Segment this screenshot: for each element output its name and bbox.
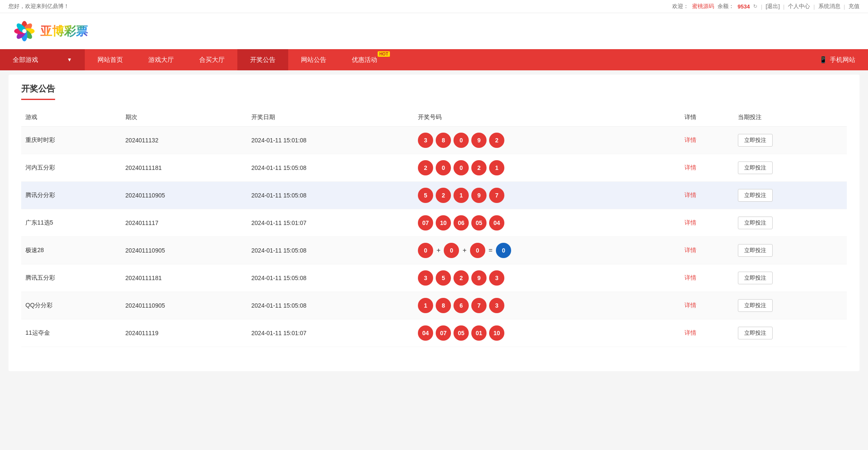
detail-link[interactable]: 详情 bbox=[684, 247, 696, 253]
detail-link[interactable]: 详情 bbox=[684, 302, 696, 308]
ball-operator: = bbox=[489, 247, 492, 254]
draw-numbers: 20021 bbox=[414, 154, 680, 182]
bet-button[interactable]: 立即投注 bbox=[738, 244, 773, 257]
lottery-ball: 05 bbox=[453, 325, 469, 341]
lottery-ball: 07 bbox=[418, 215, 433, 231]
lottery-ball: 9 bbox=[471, 188, 487, 203]
period: 202401110905 bbox=[121, 237, 247, 264]
table-row: QQ分分彩2024011109052024-01-11 15:05:081867… bbox=[21, 292, 847, 319]
lottery-ball: 0 bbox=[418, 243, 433, 258]
messages-link[interactable]: 系统消息 bbox=[818, 3, 840, 10]
lottery-ball: 2 bbox=[489, 133, 504, 148]
bet-cell: 立即投注 bbox=[734, 264, 847, 292]
nav-site-notice[interactable]: 网站公告 bbox=[288, 49, 339, 70]
draw-numbers: 0710060504 bbox=[414, 209, 680, 237]
detail-link[interactable]: 详情 bbox=[684, 136, 696, 143]
draw-numbers: 38092 bbox=[414, 127, 680, 154]
lottery-ball: 07 bbox=[436, 325, 451, 341]
lottery-ball: 0 bbox=[436, 160, 451, 175]
hot-badge: HOT bbox=[378, 51, 390, 57]
top-bar: 您好，欢迎来到亿鼎博！ 欢迎： 蜜桃源码 余额： 9534 ↻ | [退出] |… bbox=[0, 0, 868, 13]
game-name: 腾讯五分彩 bbox=[21, 264, 121, 292]
lottery-ball: 7 bbox=[471, 298, 487, 313]
logo-area: 亚博彩票 bbox=[13, 19, 88, 43]
lottery-ball: 0 bbox=[470, 243, 485, 258]
bet-button[interactable]: 立即投注 bbox=[738, 327, 773, 339]
period: 20240111181 bbox=[121, 154, 247, 182]
lottery-ball: 3 bbox=[489, 298, 504, 313]
bet-button[interactable]: 立即投注 bbox=[738, 217, 773, 229]
table-row: 河内五分彩202401111812024-01-11 15:05:0820021… bbox=[21, 154, 847, 182]
bet-cell: 立即投注 bbox=[734, 154, 847, 182]
lottery-ball: 9 bbox=[471, 133, 487, 148]
dropdown-arrow-icon: ▼ bbox=[67, 57, 72, 63]
bet-button[interactable]: 立即投注 bbox=[738, 189, 773, 202]
detail-link[interactable]: 详情 bbox=[684, 329, 696, 336]
logout-link[interactable]: [退出] bbox=[766, 3, 780, 10]
nav-all-games[interactable]: 全部游戏 ▼ bbox=[0, 49, 85, 70]
lottery-ball: 05 bbox=[471, 215, 487, 231]
game-name: 腾讯分分彩 bbox=[21, 182, 121, 209]
svg-point-8 bbox=[22, 29, 27, 33]
lottery-ball: 2 bbox=[436, 188, 451, 203]
draw-numbers: 0407050110 bbox=[414, 319, 680, 347]
draw-numbers: 35293 bbox=[414, 264, 680, 292]
lottery-ball: 2 bbox=[418, 160, 433, 175]
detail-cell: 详情 bbox=[680, 264, 734, 292]
col-period: 期次 bbox=[121, 108, 247, 127]
main-content: 开奖公告 游戏 期次 开奖日期 开奖号码 详情 当期投注 重庆时时彩202401… bbox=[8, 75, 860, 371]
detail-link[interactable]: 详情 bbox=[684, 274, 696, 281]
profile-link[interactable]: 个人中心 bbox=[788, 3, 810, 10]
period: 202401110905 bbox=[121, 292, 247, 319]
period: 20240111181 bbox=[121, 264, 247, 292]
draw-date: 2024-01-11 15:01:07 bbox=[247, 319, 414, 347]
welcome-label: 欢迎： bbox=[672, 3, 689, 10]
game-name: QQ分分彩 bbox=[21, 292, 121, 319]
bet-cell: 立即投注 bbox=[734, 292, 847, 319]
logo-icon bbox=[13, 19, 36, 43]
detail-cell: 详情 bbox=[680, 237, 734, 264]
detail-link[interactable]: 详情 bbox=[684, 192, 696, 198]
nav-group-buy[interactable]: 合买大厅 bbox=[186, 49, 237, 70]
bet-button[interactable]: 立即投注 bbox=[738, 299, 773, 312]
results-table: 游戏 期次 开奖日期 开奖号码 详情 当期投注 重庆时时彩20240111322… bbox=[21, 108, 847, 347]
lottery-ball: 7 bbox=[489, 188, 504, 203]
main-nav: 全部游戏 ▼ 网站首页 游戏大厅 合买大厅 开奖公告 网站公告 优惠活动 HOT… bbox=[0, 49, 868, 70]
lottery-ball: 6 bbox=[453, 298, 469, 313]
draw-numbers: 52197 bbox=[414, 182, 680, 209]
table-row: 广东11选520240111172024-01-11 15:01:0707100… bbox=[21, 209, 847, 237]
bet-button[interactable]: 立即投注 bbox=[738, 272, 773, 284]
col-detail: 详情 bbox=[680, 108, 734, 127]
refresh-icon[interactable]: ↻ bbox=[753, 3, 757, 9]
username: 蜜桃源码 bbox=[692, 3, 714, 10]
col-date: 开奖日期 bbox=[247, 108, 414, 127]
bet-cell: 立即投注 bbox=[734, 319, 847, 347]
lottery-ball: 01 bbox=[471, 325, 487, 341]
game-name: 重庆时时彩 bbox=[21, 127, 121, 154]
bet-button[interactable]: 立即投注 bbox=[738, 161, 773, 174]
lottery-ball: 04 bbox=[418, 325, 433, 341]
bet-button[interactable]: 立即投注 bbox=[738, 134, 773, 147]
lottery-ball: 0 bbox=[496, 243, 511, 258]
nav-home[interactable]: 网站首页 bbox=[85, 49, 136, 70]
header: 亚博彩票 bbox=[0, 13, 868, 49]
detail-link[interactable]: 详情 bbox=[684, 164, 696, 171]
top-bar-right: 欢迎： 蜜桃源码 余额： 9534 ↻ | [退出] | 个人中心 | 系统消息… bbox=[672, 3, 860, 10]
nav-mobile-site[interactable]: 📱 手机网站 bbox=[807, 49, 868, 70]
bet-cell: 立即投注 bbox=[734, 127, 847, 154]
draw-date: 2024-01-11 15:05:08 bbox=[247, 264, 414, 292]
nav-game-hall[interactable]: 游戏大厅 bbox=[136, 49, 186, 70]
bet-cell: 立即投注 bbox=[734, 209, 847, 237]
detail-link[interactable]: 详情 bbox=[684, 219, 696, 226]
nav-lottery-results[interactable]: 开奖公告 bbox=[237, 49, 288, 70]
lottery-ball: 0 bbox=[444, 243, 459, 258]
logo-text: 亚博彩票 bbox=[40, 23, 88, 39]
lottery-ball: 2 bbox=[453, 270, 469, 286]
period: 202401110905 bbox=[121, 182, 247, 209]
game-name: 极速28 bbox=[21, 237, 121, 264]
nav-promotions[interactable]: 优惠活动 HOT bbox=[339, 49, 394, 70]
draw-numbers: 18673 bbox=[414, 292, 680, 319]
balance-value: 9534 bbox=[737, 3, 750, 10]
detail-cell: 详情 bbox=[680, 292, 734, 319]
topup-link[interactable]: 充值 bbox=[849, 3, 860, 10]
